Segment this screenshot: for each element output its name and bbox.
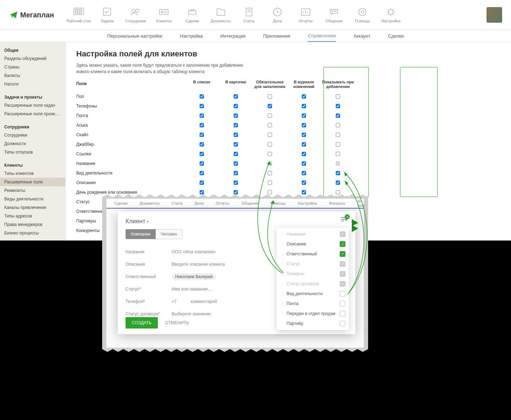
subnav-item[interactable]: Настройка	[180, 31, 203, 42]
field-checkbox[interactable]	[234, 181, 238, 185]
field-checkbox[interactable]	[268, 133, 272, 137]
field-checkbox[interactable]	[336, 171, 340, 175]
avatar[interactable]	[487, 7, 502, 23]
subnav-item[interactable]: Справочники	[308, 30, 336, 42]
drag-handle-icon[interactable]: ⋮⋮	[280, 262, 284, 266]
popup-row[interactable]: ⋮⋮Статус	[277, 259, 349, 269]
sidebar-item[interactable]: Страны	[0, 63, 65, 71]
subnav-item[interactable]: Интеграция	[221, 31, 246, 42]
nav-1[interactable]: Задачи	[93, 7, 121, 23]
popup-checkbox[interactable]	[340, 281, 345, 287]
field-checkbox[interactable]	[200, 152, 204, 156]
field-checkbox[interactable]	[234, 161, 238, 166]
field-checkbox[interactable]	[200, 133, 204, 137]
field-checkbox[interactable]	[302, 142, 306, 147]
form-value[interactable]: Николаев Валерий	[172, 273, 216, 280]
popup-checkbox[interactable]	[340, 231, 345, 237]
field-checkbox[interactable]	[200, 114, 204, 118]
field-checkbox[interactable]	[200, 190, 204, 194]
sidebar-item[interactable]: Права менеджеров	[0, 220, 65, 229]
popup-checkbox[interactable]	[340, 271, 345, 277]
sidebar-item[interactable]: Налоги	[0, 80, 65, 88]
field-checkbox[interactable]	[200, 123, 204, 127]
field-checkbox[interactable]	[268, 114, 272, 118]
field-checkbox[interactable]	[302, 152, 306, 156]
field-checkbox[interactable]	[200, 181, 204, 185]
field-checkbox[interactable]	[336, 142, 340, 147]
field-checkbox[interactable]	[302, 161, 306, 166]
sidebar-item[interactable]: Каналы привлечения	[0, 203, 65, 212]
overlay-tab[interactable]: Документы	[140, 201, 160, 205]
field-checkbox[interactable]	[302, 94, 306, 99]
field-checkbox[interactable]	[302, 171, 306, 175]
field-checkbox[interactable]	[336, 181, 340, 185]
popup-checkbox[interactable]	[340, 301, 345, 306]
nav-11[interactable]: Настройка	[377, 7, 405, 23]
field-checkbox[interactable]	[336, 94, 340, 99]
drag-handle-icon[interactable]: ⋮⋮	[280, 292, 284, 296]
create-button[interactable]: СОЗДАТЬ	[126, 317, 158, 328]
overlay-tab[interactable]: Отчёты	[216, 201, 229, 205]
form-value[interactable]: +7	[172, 299, 177, 304]
form-value[interactable]: ООО «Моя компания»	[172, 249, 216, 254]
drag-handle-icon[interactable]: ⋮⋮	[280, 322, 284, 326]
drag-handle-icon[interactable]: ⋮⋮	[280, 272, 284, 276]
overlay-tab[interactable]: W-Kids	[357, 199, 365, 208]
drag-handle-icon[interactable]: ⋮⋮	[280, 312, 284, 316]
nav-4[interactable]: Сделки	[178, 7, 206, 23]
sidebar-item[interactable]: Расширенные поля проек…	[0, 110, 65, 118]
popup-checkbox[interactable]	[340, 321, 345, 326]
nav-2[interactable]: Сотрудники	[121, 7, 150, 23]
popup-row[interactable]: ⋮⋮Название	[277, 229, 349, 239]
field-checkbox[interactable]	[302, 133, 306, 137]
field-checkbox[interactable]	[268, 181, 272, 185]
field-checkbox[interactable]	[200, 104, 204, 108]
add-field-button[interactable]: 4	[340, 216, 348, 223]
field-checkbox[interactable]	[268, 190, 272, 194]
field-checkbox[interactable]	[200, 94, 204, 99]
pill[interactable]: Человек	[156, 229, 182, 239]
sidebar-item[interactable]: Типы клиентов	[0, 169, 65, 178]
field-checkbox[interactable]	[302, 123, 306, 127]
field-checkbox[interactable]	[268, 123, 272, 127]
field-checkbox[interactable]	[200, 142, 204, 147]
nav-6[interactable]: Счета	[235, 7, 263, 23]
nav-9[interactable]: Общение	[320, 7, 348, 23]
field-checkbox[interactable]	[268, 142, 272, 147]
field-checkbox[interactable]	[268, 152, 272, 156]
overlay-tab[interactable]: Настройка	[298, 201, 317, 205]
field-checkbox[interactable]	[234, 142, 238, 147]
nav-5[interactable]: Документы	[206, 7, 235, 23]
field-checkbox[interactable]	[336, 190, 340, 194]
sidebar-item[interactable]: Реквизиты	[0, 186, 65, 195]
drag-handle-icon[interactable]: ⋮⋮	[280, 242, 284, 246]
popup-row[interactable]: ⋮⋮Телефон	[277, 269, 349, 279]
popup-row[interactable]: ⋮⋮Статус договора	[277, 279, 349, 289]
popup-checkbox[interactable]	[340, 251, 345, 257]
sidebar-item[interactable]: Расширенные поля задач	[0, 101, 65, 110]
form-value[interactable]: Введите описание клиента	[172, 262, 225, 267]
popup-checkbox[interactable]	[340, 291, 345, 297]
subnav-item[interactable]: Приложения	[263, 31, 290, 42]
popup-row[interactable]: ⋮⋮Вид деятельности	[277, 289, 349, 299]
form-value[interactable]: Выберите значение	[172, 311, 211, 316]
sidebar-item[interactable]: Сотрудники	[0, 131, 65, 139]
card-title[interactable]: Клиент ▾	[126, 218, 348, 225]
overlay-tab[interactable]: Финансы	[329, 201, 345, 205]
drag-handle-icon[interactable]: ⋮⋮	[280, 232, 284, 236]
popup-checkbox[interactable]	[340, 311, 345, 316]
pill[interactable]: Компания	[126, 229, 156, 239]
field-checkbox[interactable]	[234, 190, 238, 194]
nav-3[interactable]: Клиенты	[150, 7, 178, 23]
overlay-tab[interactable]: Общение	[241, 201, 259, 205]
field-checkbox[interactable]	[234, 171, 238, 175]
popup-row[interactable]: ⋮⋮Описание	[277, 239, 349, 249]
field-checkbox[interactable]	[234, 123, 238, 127]
field-checkbox[interactable]	[200, 171, 204, 175]
field-checkbox[interactable]	[336, 104, 340, 108]
field-checkbox[interactable]	[268, 94, 272, 99]
field-checkbox[interactable]	[336, 133, 340, 137]
field-checkbox[interactable]	[234, 114, 238, 118]
subnav-item[interactable]: Сделки	[388, 31, 404, 42]
nav-8[interactable]: Отчёты	[291, 7, 320, 23]
